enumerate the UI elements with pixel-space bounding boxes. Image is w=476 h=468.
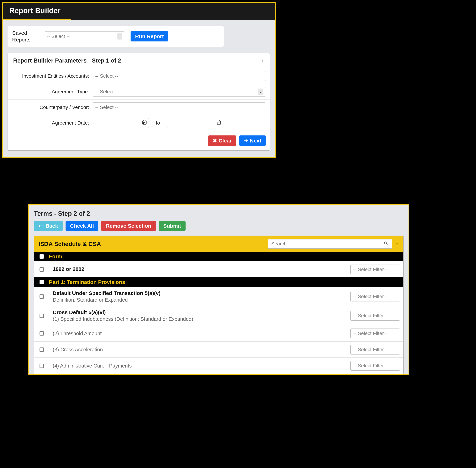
terms-title: Terms - Step 2 of 2 <box>34 210 404 217</box>
clear-button[interactable]: ✖ Clear <box>208 135 236 146</box>
counterparty-select[interactable]: -- Select -- <box>93 102 266 112</box>
calendar-icon <box>216 120 221 126</box>
row-title: 1992 or 2002 <box>53 266 343 272</box>
row-title: Cross Default 5(a)(vi) <box>53 309 343 315</box>
param-row-entities: Investment Entities / Accounts: -- Selec… <box>8 68 270 84</box>
row-text: (2) Threshold Amount <box>49 330 347 337</box>
isda-title: ISDA Schedule & CSA <box>39 240 101 247</box>
svg-rect-3 <box>145 120 146 121</box>
arrow-left-icon: 🡐 <box>39 223 44 229</box>
table-row: 1992 or 2002 -- Select Filter-- <box>34 261 403 278</box>
table-row: Cross Default 5(a)(vi)(1) Specified Inde… <box>34 306 403 325</box>
saved-reports-select[interactable]: -- Select -- ⌄ <box>44 31 125 41</box>
collapse-icon[interactable]: ▼ <box>395 242 399 246</box>
next-button[interactable]: ➔ Next <box>239 135 266 146</box>
row-checkbox[interactable] <box>40 294 44 299</box>
filter-select[interactable]: -- Select Filter-- <box>350 311 400 321</box>
row-subtitle: Definition: Standard or Expanded <box>53 297 128 303</box>
table-row: (3) Cross Acceleration -- Select Filter-… <box>34 341 403 357</box>
svg-line-15 <box>387 244 388 245</box>
filter-select[interactable]: -- Select Filter-- <box>350 329 400 338</box>
section-header: Form <box>34 252 403 261</box>
section-checkbox[interactable] <box>40 254 44 259</box>
search-button[interactable] <box>380 239 392 249</box>
svg-rect-4 <box>143 122 144 123</box>
row-text: 1992 or 2002 <box>49 265 347 274</box>
svg-rect-5 <box>144 122 145 123</box>
param-row-agreement-type: Agreement Type: -- Select -- ⌄ <box>8 84 270 100</box>
row-text: Cross Default 5(a)(vi)(1) Specified Inde… <box>49 309 347 323</box>
date-from-input[interactable] <box>93 118 149 128</box>
run-report-button[interactable]: Run Report <box>131 31 168 42</box>
filter-select[interactable]: -- Select Filter-- <box>350 345 400 354</box>
collapse-icon: ▼ <box>261 58 265 63</box>
section-title: Part 1: Termination Provisions <box>49 279 125 285</box>
table-row: (4) Administrative Cure - Payments -- Se… <box>34 357 403 374</box>
row-checkbox[interactable] <box>40 348 44 352</box>
entities-label: Investment Entities / Accounts: <box>12 73 89 79</box>
row-text: (4) Administrative Cure - Payments <box>49 362 347 369</box>
svg-rect-13 <box>218 123 218 124</box>
search-icon <box>384 241 388 247</box>
params-title[interactable]: Report Builder Parameters - Step 1 of 2 … <box>8 53 270 68</box>
counterparty-label: Counterparty / Vendor: <box>12 104 89 111</box>
check-all-button[interactable]: Check All <box>66 221 99 231</box>
svg-rect-2 <box>143 120 144 121</box>
svg-rect-6 <box>143 123 144 124</box>
filter-select[interactable]: -- Select Filter-- <box>350 361 400 371</box>
search-wrap <box>268 239 392 249</box>
row-checkbox[interactable] <box>40 314 44 318</box>
table-row: Default Under Specified Transaction 5(a)… <box>34 287 403 306</box>
row-title: Default Under Specified Transaction 5(a)… <box>53 290 343 296</box>
section-checkbox[interactable] <box>40 280 44 284</box>
date-to-input[interactable] <box>167 118 223 128</box>
close-icon: ✖ <box>212 138 217 144</box>
row-text: (3) Cross Acceleration <box>49 346 347 353</box>
agreement-type-select[interactable]: -- Select -- ⌄ <box>93 87 266 97</box>
svg-rect-10 <box>220 120 220 121</box>
select-placeholder: -- Select -- <box>47 34 70 39</box>
back-button[interactable]: 🡐 Back <box>34 221 63 231</box>
section-title: Form <box>49 253 62 260</box>
row-text: Default Under Specified Transaction 5(a)… <box>49 290 347 304</box>
row-checkbox[interactable] <box>40 331 44 336</box>
table-row: (2) Threshold Amount -- Select Filter-- <box>34 325 403 341</box>
to-label: to <box>156 120 160 126</box>
remove-selection-button[interactable]: Remove Selection <box>101 221 156 231</box>
isda-card: ISDA Schedule & CSA ▼ Form 1992 or 2002 <box>34 235 404 374</box>
button-row: 🡐 Back Check All Remove Selection Submit <box>34 221 404 231</box>
chevron-down-icon: ⌄ <box>117 33 122 40</box>
search-input[interactable] <box>268 239 380 249</box>
filter-select[interactable]: -- Select Filter-- <box>350 292 400 301</box>
saved-reports-row: Saved Reports -- Select -- ⌄ Run Report <box>8 26 224 47</box>
agreement-type-label: Agreement Type: <box>12 88 89 95</box>
row-subtitle: (3) Cross Acceleration <box>53 347 103 352</box>
calendar-icon <box>142 120 147 126</box>
svg-point-14 <box>385 242 387 244</box>
row-subtitle: (2) Threshold Amount <box>53 331 102 336</box>
terms-panel: Terms - Step 2 of 2 🡐 Back Check All Rem… <box>28 204 409 375</box>
entities-select[interactable]: -- Select -- <box>93 71 266 81</box>
agreement-date-label: Agreement Date: <box>12 120 89 126</box>
submit-button[interactable]: Submit <box>159 221 186 231</box>
svg-rect-11 <box>218 122 218 123</box>
chevron-down-icon: ⌄ <box>258 88 263 95</box>
params-card: Report Builder Parameters - Step 1 of 2 … <box>8 53 270 151</box>
svg-rect-9 <box>218 120 218 121</box>
saved-reports-label: Saved Reports <box>12 30 39 43</box>
row-checkbox[interactable] <box>40 364 44 368</box>
row-subtitle: (4) Administrative Cure - Payments <box>53 363 132 368</box>
report-builder-panel: Report Builder Saved Reports -- Select -… <box>2 2 276 158</box>
row-subtitle: (1) Specified Indebtedness (Definition: … <box>53 316 193 322</box>
svg-rect-12 <box>219 122 219 123</box>
page-title: Report Builder <box>3 3 275 20</box>
arrow-right-icon: ➔ <box>244 138 248 144</box>
isda-header: ISDA Schedule & CSA ▼ <box>34 236 403 252</box>
filter-select[interactable]: -- Select Filter-- <box>350 264 400 274</box>
param-row-counterparty: Counterparty / Vendor: -- Select -- <box>8 100 270 115</box>
param-row-date: Agreement Date: to <box>8 115 270 131</box>
isda-table: Form 1992 or 2002 -- Select Filter-- Par… <box>34 252 403 374</box>
action-row: ✖ Clear ➔ Next <box>8 131 270 150</box>
row-checkbox[interactable] <box>40 267 44 272</box>
section-header: Part 1: Termination Provisions <box>34 278 403 287</box>
